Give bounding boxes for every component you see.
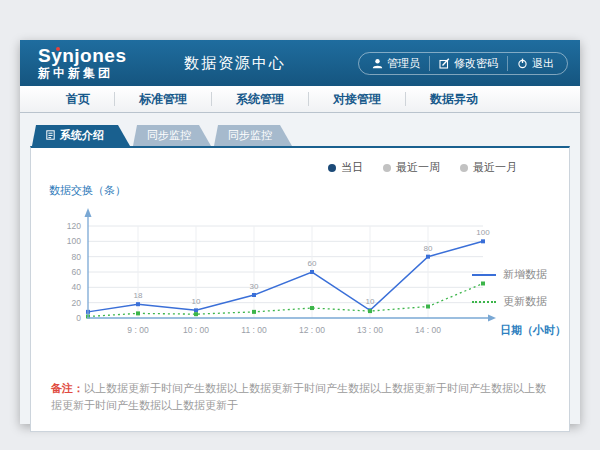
radio-last-month[interactable]: 最近一月 [460,160,517,175]
app-header: Synjones 新中新集团 数据资源中心 管理员 修改密码 退出 [20,40,580,86]
legend-item-update-data: 更新数据 [472,294,547,309]
user-menu-label: 管理员 [387,56,420,71]
content-area: 系统介绍 同步监控 同步监控 当日 最近一周 [20,113,580,432]
svg-text:14 : 00: 14 : 00 [415,325,441,335]
legend-line-sample-new [472,274,496,276]
radio-today[interactable]: 当日 [328,160,363,175]
main-panel: 当日 最近一周 最近一月 数据交换（条） 1810306010801000204… [30,146,570,432]
nav-item-standard-mgmt[interactable]: 标准管理 [114,92,211,106]
svg-text:100: 100 [67,236,81,246]
legend-label: 更新数据 [503,294,547,309]
edit-icon [439,58,450,69]
tab-strip: 系统介绍 同步监控 同步监控 [30,125,570,146]
user-menu-label: 修改密码 [454,56,498,71]
svg-text:13 : 00: 13 : 00 [357,325,383,335]
svg-text:60: 60 [308,259,317,268]
radio-label: 最近一月 [473,160,517,175]
svg-text:40: 40 [72,282,82,292]
legend-line-sample-update [472,301,496,303]
svg-text:60: 60 [72,267,82,277]
svg-text:10: 10 [366,297,375,306]
logo: Synjones 新中新集团 [32,46,166,80]
user-icon [372,58,383,69]
radio-dot [383,164,391,172]
main-nav: 首页 标准管理 系统管理 对接管理 数据异动 [20,86,580,113]
user-menu: 管理员 修改密码 退出 [358,52,568,75]
nav-item-system-mgmt[interactable]: 系统管理 [211,92,308,106]
user-menu-item-logout[interactable]: 退出 [507,56,563,71]
radio-label: 最近一周 [396,160,440,175]
radio-label: 当日 [341,160,363,175]
nav-item-data-change[interactable]: 数据异动 [405,92,502,106]
nav-item-integration-mgmt[interactable]: 对接管理 [308,92,405,106]
radio-dot [328,164,336,172]
y-axis-label: 数据交换（条） [43,179,565,200]
chart-area: 数据交换（条） 1810306010801000204060801001209 … [31,175,569,356]
legend-item-new-data: 新增数据 [472,267,547,282]
time-range-radios: 当日 最近一周 最近一月 [31,148,569,175]
tab-sync-monitor-1[interactable]: 同步监控 [133,125,211,146]
tab-sync-monitor-2[interactable]: 同步监控 [214,125,292,146]
chart-legend: 新增数据 更新数据 [472,267,547,309]
tab-label: 同步监控 [228,128,272,143]
svg-text:80: 80 [424,244,433,253]
radio-last-week[interactable]: 最近一周 [383,160,440,175]
user-menu-label: 退出 [532,56,554,71]
svg-text:日期（小时）: 日期（小时） [500,324,566,337]
svg-text:9 : 00: 9 : 00 [127,325,149,335]
nav-item-home[interactable]: 首页 [42,92,114,106]
svg-text:120: 120 [67,221,81,231]
svg-text:11 : 00: 11 : 00 [241,325,267,335]
svg-text:12 : 00: 12 : 00 [299,325,325,335]
logo-subtext: 新中新集团 [38,67,166,80]
svg-text:80: 80 [72,252,82,262]
svg-text:18: 18 [134,291,143,300]
note: 备注：以上数据更新于时间产生数据以上数据更新于时间产生数据以上数据更新于时间产生… [51,380,553,413]
tab-label: 系统介绍 [60,128,104,143]
page-title: 数据资源中心 [184,54,286,73]
app-window: Synjones 新中新集团 数据资源中心 管理员 修改密码 退出 [20,40,580,424]
power-icon [517,58,528,69]
legend-label: 新增数据 [503,267,547,282]
svg-text:10: 10 [192,297,201,306]
radio-dot [460,164,468,172]
tab-label: 同步监控 [147,128,191,143]
svg-text:30: 30 [250,282,259,291]
svg-text:100: 100 [476,228,490,237]
svg-text:10 : 00: 10 : 00 [183,325,209,335]
user-menu-item-change-password[interactable]: 修改密码 [429,56,507,71]
user-menu-item-admin[interactable]: 管理员 [363,56,429,71]
svg-text:20: 20 [72,298,82,308]
note-label: 备注： [51,382,84,394]
note-text: 以上数据更新于时间产生数据以上数据更新于时间产生数据以上数据更新于时间产生数据以… [51,382,546,411]
svg-text:0: 0 [76,313,81,323]
document-icon [46,130,55,142]
tab-system-intro[interactable]: 系统介绍 [32,125,130,146]
